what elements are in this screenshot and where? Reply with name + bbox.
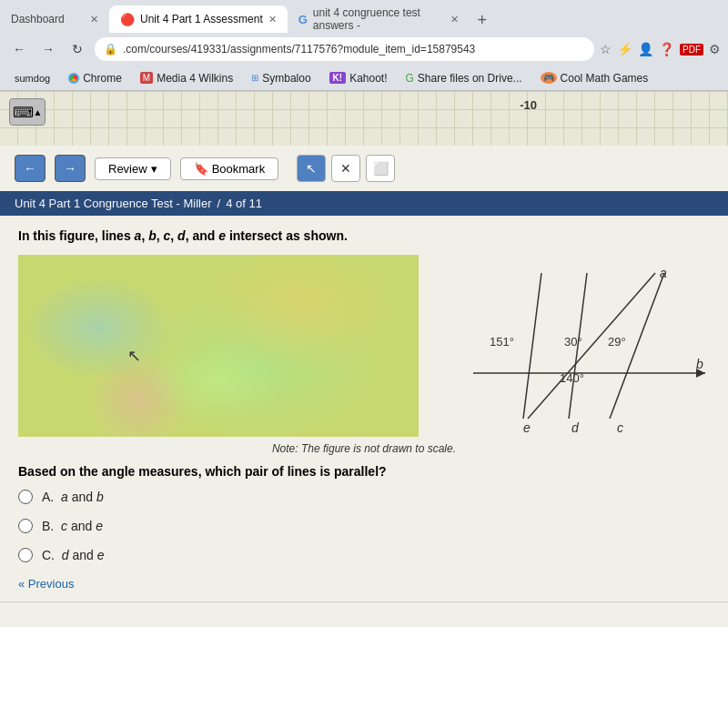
tab-assessment[interactable]: 🔴 Unit 4 Part 1 Assessment ✕ [109,5,288,33]
browser-chrome: Dashboard ✕ 🔴 Unit 4 Part 1 Assessment ✕… [0,0,728,91]
star-icon[interactable]: ☆ [600,42,612,56]
bookmark-chrome[interactable]: Chrome [61,70,129,86]
review-label: Review [108,162,147,176]
address-icons: ☆ ⚡ 👤 ❓ PDF ⚙ [600,42,721,56]
svg-line-9 [523,273,541,419]
kahoot-icon: K! [329,72,347,84]
tab-dashboard-close[interactable]: ✕ [90,14,98,25]
svg-text:29°: 29° [608,335,626,349]
bookmarks-bar: sumdog Chrome M Media 4 Wilkins ⊞ Symbal… [0,66,728,91]
profile-icon[interactable]: 👤 [638,42,653,56]
option-row-a: A. a and b [18,490,710,504]
tab-assessment-close[interactable]: ✕ [268,14,277,25]
question-area: In this figure, lines a, b, c, d, and e … [0,216,728,602]
previous-link[interactable]: « Previous [18,577,710,591]
bookmark-coolmath[interactable]: 🎮 Cool Math Games [533,70,656,86]
keyboard-button[interactable]: ⌨ ▲ [9,98,46,126]
answer-question: Based on the angle measures, which pair … [18,464,710,479]
tool-icons: ↖ ✕ ⬜ [297,155,395,182]
option-row-b: B. c and e [18,519,710,533]
toolbar-row: ← → Review ▾ 🔖 Bookmark ↖ ✕ ⬜ [0,146,728,191]
keyboard-icon: ⌨ [13,104,34,121]
svg-text:e: e [523,420,531,435]
option-radio-c[interactable] [18,548,33,562]
tab-google-label: unit 4 congruence test answers - [313,6,445,32]
coolmath-icon: 🎮 [541,72,557,84]
kahoot-label: Kahoot! [349,72,387,85]
page-content: ⌨ ▲ -10 ← → Review ▾ 🔖 Bookmark ↖ ✕ ⬜ [0,91,728,627]
keyboard-arrow: ▲ [34,107,43,117]
tab-google-icon: G [298,13,308,26]
bookmark-google-drive[interactable]: G Share files on Drive... [399,70,530,86]
svg-text:d: d [571,420,580,435]
question-text: In this figure, lines a, b, c, d, and e … [18,227,710,246]
back-button[interactable]: ← [7,37,31,61]
swirl-background [18,255,419,437]
symbaloo-label: Symbaloo [262,72,310,85]
expand-tool[interactable]: ⬜ [366,155,395,182]
option-label-a: A. a and b [42,490,104,504]
option-row-c: C. d and e [18,548,710,562]
svg-text:140°: 140° [560,371,584,385]
svg-text:151°: 151° [490,335,514,349]
previous-question-button[interactable]: ← [15,155,46,182]
settings-icon[interactable]: ⚙ [709,42,721,56]
bookmark-media4wilkins[interactable]: M Media 4 Wilkins [133,70,240,86]
svg-text:30°: 30° [564,335,582,349]
tab-dashboard-label: Dashboard [11,13,65,25]
tab-assessment-icon: 🔴 [120,13,135,26]
coolmath-label: Cool Math Games [561,72,649,85]
bookmark-icon: 🔖 [194,162,208,176]
forward-button[interactable]: → [36,37,60,61]
bookmark-button[interactable]: 🔖 Bookmark [180,157,279,180]
expand-icon: ⬜ [373,161,389,176]
help-icon[interactable]: ❓ [659,42,674,56]
svg-line-0 [528,273,655,419]
google-drive-icon: G [406,72,414,85]
lock-icon: 🔒 [104,43,117,56]
tabs-bar: Dashboard ✕ 🔴 Unit 4 Part 1 Assessment ✕… [0,0,728,33]
grid-area: ⌨ ▲ -10 [0,91,728,146]
assessment-progress: 4 of 11 [226,197,262,210]
cursor-tool[interactable]: ↖ [297,155,326,182]
media4wilkins-icon: M [140,72,153,84]
tab-google[interactable]: G unit 4 congruence test answers - ✕ [288,5,470,33]
option-label-c: C. d and e [42,548,105,562]
option-label-b: B. c and e [42,519,103,533]
pdf-icon[interactable]: PDF [680,44,703,56]
x-icon: ✕ [340,161,351,176]
option-radio-b[interactable] [18,519,33,533]
address-text: .com/courses/419331/assignments/7117576?… [123,43,475,56]
svg-text:c: c [617,420,623,435]
tab-google-close[interactable]: ✕ [450,14,459,25]
chrome-label: Chrome [83,72,122,85]
tab-assessment-label: Unit 4 Part 1 Assessment [140,13,263,25]
bookmark-kahoot[interactable]: K! Kahoot! [322,70,395,86]
next-question-button[interactable]: → [55,155,86,182]
new-tab-button[interactable]: + [470,7,495,33]
sumdog-label: sumdog [15,73,50,84]
assessment-header: Unit 4 Part 1 Congruence Test - Miller /… [0,191,728,216]
chrome-icon [68,73,79,84]
bookmark-symbaloo[interactable]: ⊞ Symbaloo [244,70,318,86]
close-tool[interactable]: ✕ [331,155,360,182]
cursor-icon: ↖ [306,161,317,176]
assessment-separator: / [217,197,221,210]
review-button[interactable]: Review ▾ [95,157,171,180]
option-radio-a[interactable] [18,490,33,504]
address-box[interactable]: 🔒 .com/courses/419331/assignments/711757… [95,37,594,61]
figure-area: ↖ a b c d [18,255,710,437]
figure-note: Note: The figure is not drawn to scale. [18,442,710,455]
bookmark-label: Bookmark [212,162,266,176]
extension-icon[interactable]: ⚡ [617,42,632,56]
address-bar-row: ← → ↻ 🔒 .com/courses/419331/assignments/… [0,33,728,66]
geometry-figure: a b c d e 151° [382,255,710,437]
tab-dashboard[interactable]: Dashboard ✕ [0,5,109,33]
symbaloo-icon: ⊞ [251,73,258,83]
bookmark-sumdog[interactable]: sumdog [7,71,57,86]
assessment-title: Unit 4 Part 1 Congruence Test - Miller [15,197,212,210]
media4wilkins-label: Media 4 Wilkins [157,72,233,85]
refresh-button[interactable]: ↻ [66,37,89,61]
review-dropdown-icon: ▾ [151,162,157,176]
grid-label: -10 [520,98,537,112]
